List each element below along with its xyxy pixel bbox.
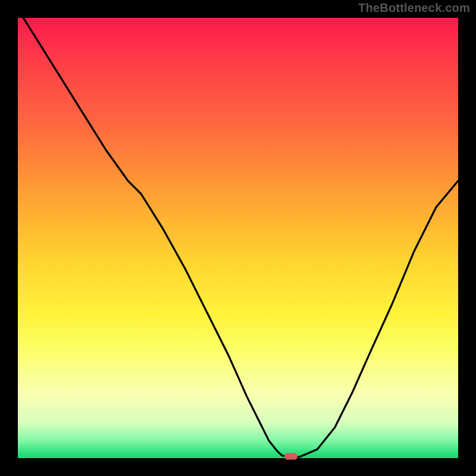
chart-frame: TheBottleneck.com	[0, 0, 476, 476]
watermark-text: TheBottleneck.com	[358, 1, 470, 15]
curve-svg	[18, 18, 458, 458]
bottleneck-curve	[18, 18, 458, 457]
optimal-marker	[284, 453, 298, 460]
plot-area	[18, 18, 458, 458]
